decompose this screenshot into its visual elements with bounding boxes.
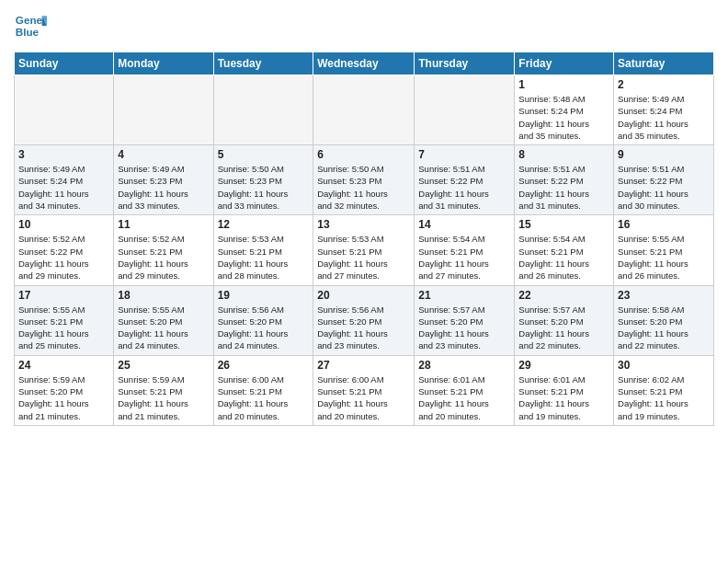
calendar-cell: 12Sunrise: 5:53 AM Sunset: 5:21 PM Dayli… xyxy=(213,215,313,285)
calendar-cell: 19Sunrise: 5:56 AM Sunset: 5:20 PM Dayli… xyxy=(213,285,313,355)
calendar-week-row: 3Sunrise: 5:49 AM Sunset: 5:24 PM Daylig… xyxy=(15,145,714,215)
calendar-cell: 11Sunrise: 5:52 AM Sunset: 5:21 PM Dayli… xyxy=(114,215,213,285)
day-info: Sunrise: 5:56 AM Sunset: 5:20 PM Dayligh… xyxy=(218,304,310,352)
calendar-cell: 16Sunrise: 5:55 AM Sunset: 5:21 PM Dayli… xyxy=(614,215,714,285)
day-info: Sunrise: 5:55 AM Sunset: 5:20 PM Dayligh… xyxy=(118,304,209,352)
day-info: Sunrise: 5:55 AM Sunset: 5:21 PM Dayligh… xyxy=(18,304,109,352)
day-number: 7 xyxy=(418,148,510,161)
day-info: Sunrise: 5:57 AM Sunset: 5:20 PM Dayligh… xyxy=(418,304,510,352)
day-number: 28 xyxy=(418,359,510,372)
calendar-cell: 27Sunrise: 6:00 AM Sunset: 5:21 PM Dayli… xyxy=(313,355,415,425)
day-info: Sunrise: 5:56 AM Sunset: 5:20 PM Dayligh… xyxy=(317,304,410,352)
day-number: 15 xyxy=(518,218,609,231)
day-info: Sunrise: 6:02 AM Sunset: 5:21 PM Dayligh… xyxy=(618,373,710,422)
calendar-cell: 23Sunrise: 5:58 AM Sunset: 5:20 PM Dayli… xyxy=(614,285,714,355)
calendar-cell: 15Sunrise: 5:54 AM Sunset: 5:21 PM Dayli… xyxy=(515,215,614,285)
calendar-table: SundayMondayTuesdayWednesdayThursdayFrid… xyxy=(14,52,714,426)
day-info: Sunrise: 5:57 AM Sunset: 5:20 PM Dayligh… xyxy=(518,304,609,352)
day-info: Sunrise: 5:59 AM Sunset: 5:20 PM Dayligh… xyxy=(18,373,109,422)
calendar-week-row: 17Sunrise: 5:55 AM Sunset: 5:21 PM Dayli… xyxy=(15,285,714,355)
day-number: 10 xyxy=(18,218,109,231)
day-number: 25 xyxy=(118,359,209,372)
day-number: 19 xyxy=(218,289,310,302)
calendar-week-row: 1Sunrise: 5:48 AM Sunset: 5:24 PM Daylig… xyxy=(15,75,714,145)
day-info: Sunrise: 5:59 AM Sunset: 5:21 PM Dayligh… xyxy=(118,373,209,422)
page: General Blue SundayMondayTuesdayWednesda… xyxy=(0,0,728,440)
day-info: Sunrise: 5:53 AM Sunset: 5:21 PM Dayligh… xyxy=(317,233,410,282)
calendar-cell: 24Sunrise: 5:59 AM Sunset: 5:20 PM Dayli… xyxy=(15,355,114,425)
day-number: 1 xyxy=(518,78,609,91)
svg-text:Blue: Blue xyxy=(16,26,40,38)
calendar-week-row: 10Sunrise: 5:52 AM Sunset: 5:22 PM Dayli… xyxy=(15,215,714,285)
calendar-cell: 4Sunrise: 5:49 AM Sunset: 5:23 PM Daylig… xyxy=(114,145,213,215)
day-info: Sunrise: 5:52 AM Sunset: 5:22 PM Dayligh… xyxy=(18,233,109,282)
day-number: 22 xyxy=(518,289,609,302)
day-info: Sunrise: 5:50 AM Sunset: 5:23 PM Dayligh… xyxy=(218,163,310,212)
day-number: 16 xyxy=(618,218,710,231)
day-info: Sunrise: 5:51 AM Sunset: 5:22 PM Dayligh… xyxy=(418,163,510,212)
day-number: 11 xyxy=(118,218,209,231)
calendar-cell xyxy=(15,75,114,145)
calendar-cell: 1Sunrise: 5:48 AM Sunset: 5:24 PM Daylig… xyxy=(515,75,614,145)
day-info: Sunrise: 5:51 AM Sunset: 5:22 PM Dayligh… xyxy=(518,163,609,212)
day-number: 24 xyxy=(18,359,109,372)
day-number: 13 xyxy=(317,218,410,231)
calendar-cell: 29Sunrise: 6:01 AM Sunset: 5:21 PM Dayli… xyxy=(515,355,614,425)
calendar-cell: 6Sunrise: 5:50 AM Sunset: 5:23 PM Daylig… xyxy=(313,145,415,215)
day-number: 26 xyxy=(218,359,310,372)
day-info: Sunrise: 5:54 AM Sunset: 5:21 PM Dayligh… xyxy=(418,233,510,282)
calendar-cell: 14Sunrise: 5:54 AM Sunset: 5:21 PM Dayli… xyxy=(415,215,515,285)
day-number: 14 xyxy=(418,218,510,231)
calendar-header-row: SundayMondayTuesdayWednesdayThursdayFrid… xyxy=(15,52,714,75)
day-info: Sunrise: 6:01 AM Sunset: 5:21 PM Dayligh… xyxy=(418,373,510,422)
header: General Blue xyxy=(14,9,714,42)
day-info: Sunrise: 5:50 AM Sunset: 5:23 PM Dayligh… xyxy=(317,163,410,212)
calendar-cell: 21Sunrise: 5:57 AM Sunset: 5:20 PM Dayli… xyxy=(415,285,515,355)
calendar-cell: 10Sunrise: 5:52 AM Sunset: 5:22 PM Dayli… xyxy=(15,215,114,285)
calendar-cell: 5Sunrise: 5:50 AM Sunset: 5:23 PM Daylig… xyxy=(213,145,313,215)
day-number: 17 xyxy=(18,289,109,302)
day-number: 23 xyxy=(618,289,710,302)
calendar-cell: 26Sunrise: 6:00 AM Sunset: 5:21 PM Dayli… xyxy=(213,355,313,425)
day-number: 3 xyxy=(18,148,109,161)
day-info: Sunrise: 5:49 AM Sunset: 5:23 PM Dayligh… xyxy=(118,163,209,212)
day-info: Sunrise: 6:01 AM Sunset: 5:21 PM Dayligh… xyxy=(518,373,609,422)
day-number: 4 xyxy=(118,148,209,161)
day-number: 2 xyxy=(618,78,710,91)
calendar-cell: 17Sunrise: 5:55 AM Sunset: 5:21 PM Dayli… xyxy=(15,285,114,355)
calendar-cell: 8Sunrise: 5:51 AM Sunset: 5:22 PM Daylig… xyxy=(515,145,614,215)
day-number: 27 xyxy=(317,359,410,372)
calendar-cell xyxy=(313,75,415,145)
calendar-cell: 30Sunrise: 6:02 AM Sunset: 5:21 PM Dayli… xyxy=(614,355,714,425)
calendar-cell: 13Sunrise: 5:53 AM Sunset: 5:21 PM Dayli… xyxy=(313,215,415,285)
calendar-week-row: 24Sunrise: 5:59 AM Sunset: 5:20 PM Dayli… xyxy=(15,355,714,425)
calendar-cell: 9Sunrise: 5:51 AM Sunset: 5:22 PM Daylig… xyxy=(614,145,714,215)
logo-icon: General Blue xyxy=(14,9,47,42)
day-header-monday: Monday xyxy=(114,52,213,75)
calendar-cell: 3Sunrise: 5:49 AM Sunset: 5:24 PM Daylig… xyxy=(15,145,114,215)
day-info: Sunrise: 6:00 AM Sunset: 5:21 PM Dayligh… xyxy=(317,373,410,422)
day-info: Sunrise: 5:51 AM Sunset: 5:22 PM Dayligh… xyxy=(618,163,710,212)
logo: General Blue xyxy=(14,9,47,42)
day-number: 29 xyxy=(518,359,609,372)
day-number: 18 xyxy=(118,289,209,302)
calendar-cell xyxy=(114,75,213,145)
calendar-cell: 18Sunrise: 5:55 AM Sunset: 5:20 PM Dayli… xyxy=(114,285,213,355)
day-header-saturday: Saturday xyxy=(614,52,714,75)
day-header-friday: Friday xyxy=(515,52,614,75)
day-number: 20 xyxy=(317,289,410,302)
calendar-cell: 7Sunrise: 5:51 AM Sunset: 5:22 PM Daylig… xyxy=(415,145,515,215)
calendar-cell: 25Sunrise: 5:59 AM Sunset: 5:21 PM Dayli… xyxy=(114,355,213,425)
calendar-cell: 2Sunrise: 5:49 AM Sunset: 5:24 PM Daylig… xyxy=(614,75,714,145)
day-info: Sunrise: 5:53 AM Sunset: 5:21 PM Dayligh… xyxy=(218,233,310,282)
day-info: Sunrise: 6:00 AM Sunset: 5:21 PM Dayligh… xyxy=(218,373,310,422)
calendar-cell xyxy=(415,75,515,145)
day-number: 30 xyxy=(618,359,710,372)
calendar-cell: 22Sunrise: 5:57 AM Sunset: 5:20 PM Dayli… xyxy=(515,285,614,355)
day-info: Sunrise: 5:49 AM Sunset: 5:24 PM Dayligh… xyxy=(618,93,710,142)
calendar-cell xyxy=(213,75,313,145)
day-info: Sunrise: 5:52 AM Sunset: 5:21 PM Dayligh… xyxy=(118,233,209,282)
day-number: 9 xyxy=(618,148,710,161)
calendar-cell: 28Sunrise: 6:01 AM Sunset: 5:21 PM Dayli… xyxy=(415,355,515,425)
day-header-tuesday: Tuesday xyxy=(213,52,313,75)
